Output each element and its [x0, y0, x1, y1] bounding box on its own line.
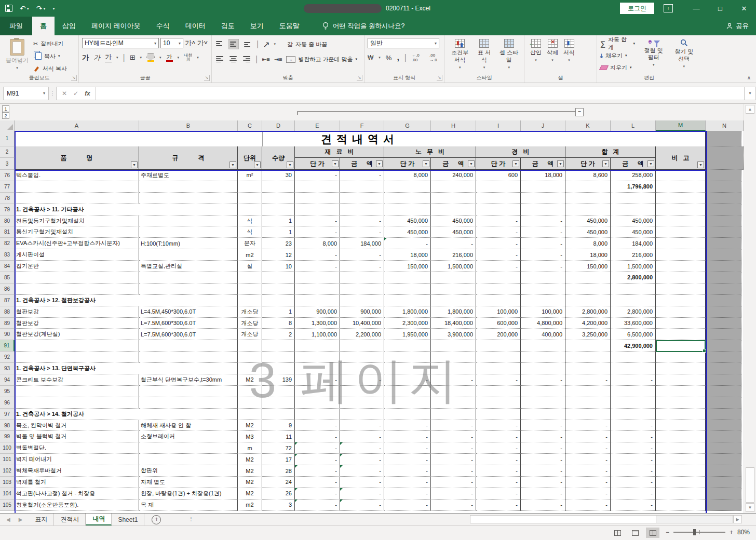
menu-tab-홈[interactable]: 홈: [32, 17, 55, 35]
cell-E81[interactable]: -: [295, 226, 340, 238]
cell-A83[interactable]: 게시판이설: [15, 249, 139, 261]
cell-B78[interactable]: [139, 193, 238, 204]
cell-J102[interactable]: -: [521, 465, 565, 477]
column-header-B[interactable]: B: [139, 120, 238, 131]
cell-F101[interactable]: -: [340, 454, 384, 465]
cell-G103[interactable]: -: [384, 477, 431, 488]
cell-M104[interactable]: [656, 488, 706, 500]
currency-format-icon[interactable]: ₩: [368, 54, 373, 61]
cell-A85[interactable]: [15, 272, 139, 284]
copy-button[interactable]: 복사▾: [33, 50, 67, 62]
cell-N96[interactable]: [706, 397, 741, 409]
cell-M87[interactable]: [656, 295, 706, 306]
cell-E89[interactable]: 1,300,000: [295, 318, 340, 329]
cell-K84[interactable]: 150,000: [565, 261, 611, 272]
row-header-102[interactable]: 102: [0, 465, 15, 477]
delete-cells-button[interactable]: ✕ 삭제▾: [544, 38, 561, 64]
cell-N85[interactable]: [706, 272, 741, 284]
cell-L97[interactable]: [611, 409, 656, 420]
sheet-tab-표지[interactable]: 표지: [29, 514, 54, 525]
scroll-right-icon[interactable]: ▶: [733, 515, 742, 523]
row-header-85[interactable]: 85: [0, 272, 15, 284]
filter-icon[interactable]: ▼: [423, 160, 429, 167]
cell-F88[interactable]: 900,000: [340, 306, 384, 318]
cell-I85[interactable]: [476, 272, 521, 284]
cell-I89[interactable]: 600,000: [476, 318, 521, 329]
header-note[interactable]: 비고▼: [656, 146, 706, 170]
cell-N76[interactable]: [706, 170, 741, 181]
cell-K83[interactable]: 18,000: [565, 249, 611, 261]
cell-M92[interactable]: [656, 352, 706, 363]
cell-H87[interactable]: [431, 295, 476, 306]
font-size-combo[interactable]: 10▾: [160, 38, 183, 48]
cell-M94[interactable]: [656, 374, 706, 386]
cell-L85[interactable]: 2,800,000: [611, 272, 656, 284]
cell-A89[interactable]: 철판보강: [15, 318, 139, 329]
cell-E100[interactable]: -: [295, 442, 340, 454]
cell-F77[interactable]: [340, 181, 384, 193]
cell-N103[interactable]: [706, 477, 741, 488]
cell-N79[interactable]: [706, 204, 741, 215]
cell-M89[interactable]: [656, 318, 706, 329]
cell-G81[interactable]: 450,000: [384, 226, 431, 238]
cell-C104[interactable]: M2: [238, 488, 262, 500]
cell-M88[interactable]: [656, 306, 706, 318]
cell-I90[interactable]: 200,000: [476, 329, 521, 340]
cell-I77[interactable]: [476, 181, 521, 193]
cell-K82[interactable]: 8,000: [565, 238, 611, 249]
header-amount[interactable]: 금 액▼: [340, 158, 384, 170]
cell-K100[interactable]: -: [565, 442, 611, 454]
cell-H79[interactable]: [431, 204, 476, 215]
header-total[interactable]: 합계: [565, 146, 656, 158]
cell-C87[interactable]: [238, 295, 262, 306]
increase-indent-icon[interactable]: ⇥≡: [274, 56, 282, 63]
cell-C98[interactable]: M2: [238, 420, 262, 431]
cell-E102[interactable]: -: [295, 465, 340, 477]
orientation-icon[interactable]: ↗: [263, 39, 269, 49]
zoom-slider-thumb[interactable]: [693, 529, 696, 535]
menu-tab-삽입[interactable]: 삽입: [55, 17, 84, 35]
cell-N89[interactable]: [706, 318, 741, 329]
header-amount[interactable]: 금 액▼: [521, 158, 565, 170]
vertical-scroll-thumb[interactable]: [746, 467, 754, 503]
cell-B90[interactable]: L=7.5M,600*300,6.0T: [139, 329, 238, 340]
cell-A90[interactable]: 철판보강(계단실): [15, 329, 139, 340]
cell-J87[interactable]: [521, 295, 565, 306]
format-as-table-button[interactable]: 표 서식▾: [473, 38, 496, 71]
cell-J80[interactable]: -: [521, 215, 565, 227]
cell-B83[interactable]: [139, 249, 238, 261]
cell-E78[interactable]: [295, 193, 340, 204]
cell-N93[interactable]: [706, 363, 741, 374]
cell-I86[interactable]: [476, 284, 521, 295]
font-color-icon[interactable]: 가: [166, 53, 173, 62]
cell-B98[interactable]: 해체재 재사용 안 함: [139, 420, 238, 431]
cell-M79[interactable]: [656, 204, 706, 215]
maximize-button[interactable]: □: [708, 0, 732, 17]
cell-M101[interactable]: [656, 454, 706, 465]
selected-cell-M91[interactable]: [656, 340, 706, 352]
cell-N97[interactable]: [706, 409, 741, 420]
cell-D98[interactable]: 9: [262, 420, 295, 431]
cell-A100[interactable]: 벽돌벽절단.: [15, 442, 139, 454]
menu-tab-파일[interactable]: 파일: [0, 17, 32, 35]
cell-N77[interactable]: [706, 181, 741, 193]
cell-K92[interactable]: [565, 352, 611, 363]
header-material[interactable]: 재료비: [295, 146, 384, 158]
cell-F84[interactable]: -: [340, 261, 384, 272]
align-bottom-icon[interactable]: [243, 39, 252, 49]
header-expense[interactable]: 경비: [476, 146, 565, 158]
number-dialog-launcher-icon[interactable]: ↘: [437, 75, 442, 81]
align-right-icon[interactable]: [242, 55, 251, 64]
cell-B91[interactable]: [139, 340, 238, 352]
cell-A76[interactable]: 텍스붙임.: [15, 170, 139, 181]
menu-tab-검토[interactable]: 검토: [213, 17, 242, 35]
cell-N92[interactable]: [706, 352, 741, 363]
cell-L91[interactable]: 42,900,000: [611, 340, 656, 352]
cell-L80[interactable]: 450,000: [611, 215, 656, 227]
cell-J99[interactable]: -: [521, 431, 565, 442]
cell-D79[interactable]: [262, 204, 295, 215]
column-header-D[interactable]: D: [262, 120, 295, 131]
cell-J89[interactable]: 4,800,000: [521, 318, 565, 329]
name-box[interactable]: M91▾: [3, 87, 49, 100]
cell-G101[interactable]: -: [384, 454, 431, 465]
